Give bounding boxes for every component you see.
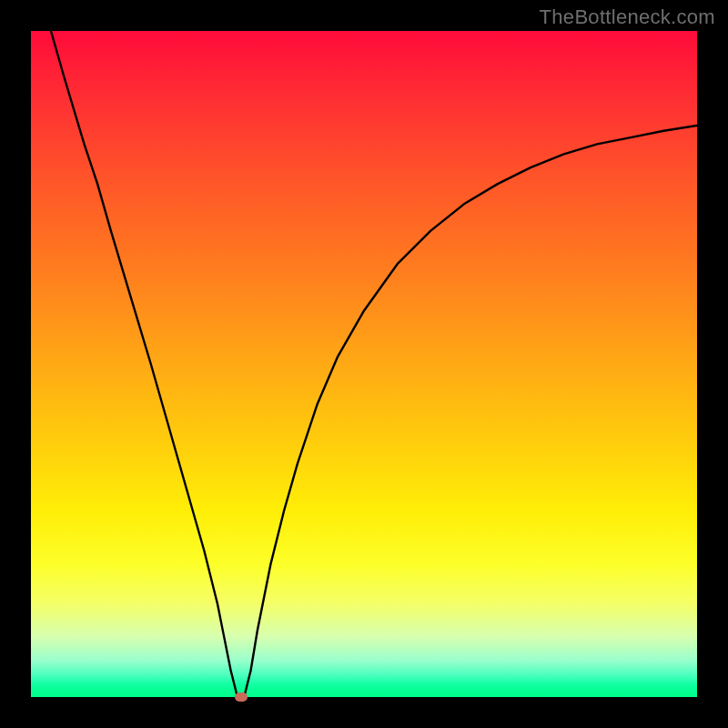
minimum-dot: [235, 693, 248, 702]
chart-frame: TheBottleneck.com: [0, 0, 728, 728]
bottleneck-curve: [31, 31, 697, 697]
plot-area: [31, 31, 697, 697]
watermark-text: TheBottleneck.com: [540, 5, 715, 29]
